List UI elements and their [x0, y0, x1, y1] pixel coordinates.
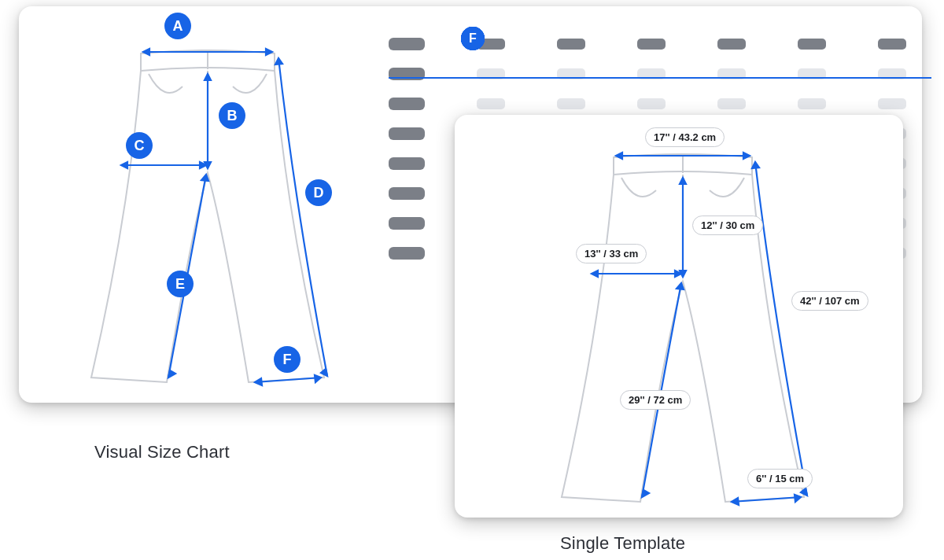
- svg-marker-27: [592, 271, 598, 277]
- badge-a: A: [164, 13, 191, 39]
- row-label-placeholder: [389, 98, 425, 110]
- label-hem: 6'' / 15 cm: [747, 469, 813, 488]
- cell-placeholder: [798, 98, 826, 109]
- badge-a-text: A: [173, 18, 183, 35]
- label-rise: 12'' / 30 cm: [692, 216, 763, 235]
- badge-d: D: [305, 179, 332, 206]
- pants-svg-left: [74, 25, 341, 387]
- caption-single: Single Template: [560, 533, 685, 554]
- pants-diagram-right: 17'' / 43.2 cm 12'' / 30 cm 13'' / 33 cm…: [541, 126, 824, 511]
- cell-placeholder: [717, 98, 746, 109]
- svg-marker-16: [255, 378, 262, 385]
- cell-placeholder: [557, 39, 585, 50]
- cell-placeholder: [798, 39, 826, 50]
- badge-c: C: [126, 132, 153, 159]
- badge-b: B: [219, 102, 245, 129]
- svg-marker-3: [143, 49, 149, 55]
- svg-marker-22: [743, 153, 750, 159]
- svg-marker-4: [266, 49, 272, 55]
- svg-marker-24: [680, 178, 686, 184]
- svg-marker-14: [168, 370, 175, 378]
- svg-marker-21: [616, 153, 622, 159]
- row-label-placeholder: [389, 187, 425, 200]
- table-row: [389, 98, 931, 110]
- badge-b-text: B: [227, 108, 238, 124]
- label-waist: 17'' / 43.2 cm: [645, 127, 725, 147]
- svg-marker-11: [275, 58, 282, 64]
- badge-c-text: C: [135, 138, 145, 154]
- svg-line-15: [255, 378, 321, 382]
- cell-placeholder: [878, 98, 906, 109]
- row-label-placeholder: [389, 247, 425, 260]
- row-label-placeholder: [389, 38, 425, 50]
- cell-placeholder: [637, 39, 666, 50]
- cell-placeholder: [878, 39, 906, 50]
- svg-marker-34: [732, 498, 739, 505]
- badge-f: F: [274, 346, 301, 373]
- label-thigh: 13'' / 33 cm: [576, 244, 647, 263]
- pants-svg-right: [541, 126, 824, 511]
- label-inseam: 29'' / 72 cm: [620, 390, 691, 410]
- svg-line-33: [732, 497, 801, 502]
- label-outseam-text: 42'' / 107 cm: [800, 295, 860, 307]
- svg-marker-6: [205, 74, 211, 80]
- size-table-divider: [389, 77, 931, 79]
- cell-placeholder: [637, 98, 666, 109]
- row-label-placeholder: [389, 127, 425, 140]
- label-hem-text: 6'' / 15 cm: [756, 473, 804, 484]
- svg-marker-29: [752, 162, 759, 168]
- caption-visual: Visual Size Chart: [94, 442, 230, 462]
- cell-placeholder: [557, 98, 585, 109]
- single-template-card: 17'' / 43.2 cm 12'' / 30 cm 13'' / 33 cm…: [455, 115, 903, 518]
- label-rise-text: 12'' / 30 cm: [701, 219, 754, 231]
- col-badge-f: F: [461, 27, 485, 50]
- label-thigh-text: 13'' / 33 cm: [584, 248, 638, 260]
- svg-marker-32: [642, 490, 649, 497]
- badge-f-text: F: [283, 352, 292, 368]
- cell-placeholder: [717, 39, 746, 50]
- cell-placeholder: [477, 98, 505, 109]
- svg-marker-9: [121, 162, 127, 168]
- label-inseam-text: 29'' / 72 cm: [629, 394, 682, 406]
- svg-marker-35: [795, 495, 801, 502]
- pants-diagram-left: A B C D E F: [74, 25, 341, 387]
- col-f-text: F: [469, 31, 477, 46]
- badge-e: E: [167, 271, 194, 297]
- badge-d-text: D: [314, 185, 324, 201]
- label-waist-text: 17'' / 43.2 cm: [654, 131, 716, 143]
- badge-e-text: E: [175, 276, 185, 293]
- row-label-placeholder: [389, 157, 425, 170]
- svg-marker-17: [315, 375, 321, 382]
- row-label-placeholder: [389, 217, 425, 230]
- label-outseam: 42'' / 107 cm: [791, 291, 868, 311]
